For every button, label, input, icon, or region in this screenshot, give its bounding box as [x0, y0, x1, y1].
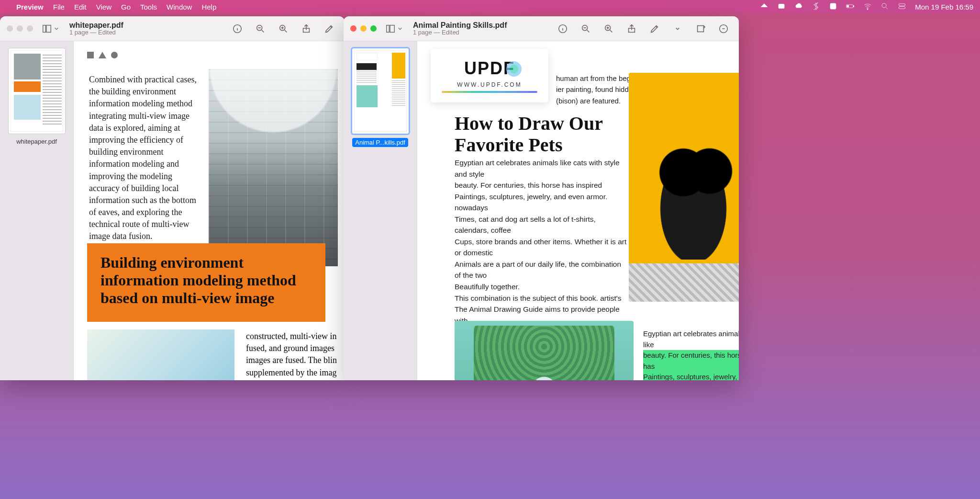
app-menu[interactable]: Preview	[16, 3, 44, 11]
page-thumbnail[interactable]	[8, 48, 66, 134]
document-title: Animal Painting Skills.pdf	[413, 21, 507, 30]
document-title: whitepaper.pdf	[69, 21, 123, 30]
zoom-out-button[interactable]	[577, 20, 594, 37]
page-thumbnail[interactable]	[352, 48, 409, 134]
zoom-in-button[interactable]	[600, 20, 617, 37]
document-subtitle: 1 page — Edited	[69, 29, 123, 36]
page-view[interactable]: Combined with practical cases, the build…	[74, 41, 345, 380]
thumbnail-label: whitepaper.pdf	[16, 138, 57, 145]
close-button[interactable]	[7, 25, 13, 32]
svg-rect-16	[387, 25, 390, 32]
menubar: Preview File Edit View Go Tools Window H…	[0, 0, 980, 13]
spotlight-icon[interactable]	[880, 2, 889, 12]
svg-rect-0	[779, 4, 784, 8]
page-view[interactable]: UPDF WWW.UPDF.COM human art from the beg…	[417, 41, 739, 380]
doc-paragraph-2: constructed, multi-view in fused, and gr…	[246, 330, 342, 379]
preview-window-whitepaper: whitepaper.pdf 1 page — Edited whitepape…	[0, 16, 345, 380]
share-button[interactable]	[298, 20, 315, 37]
svg-rect-9	[899, 6, 905, 9]
doc-image-abstract	[87, 329, 234, 380]
share-button[interactable]	[623, 20, 640, 37]
minimize-button[interactable]	[360, 25, 367, 32]
bluetooth-icon[interactable]	[812, 2, 820, 12]
menubar-datetime[interactable]: Mon 19 Feb 16:59	[915, 3, 973, 11]
doc-right-column: Egyptian art celebrates animals likebeau…	[643, 329, 739, 380]
document-title-block: Animal Painting Skills.pdf 1 page — Edit…	[413, 21, 507, 36]
menu-edit[interactable]: Edit	[74, 3, 87, 11]
doc-orange-title-box: Building environment information modelin…	[87, 243, 325, 322]
info-button[interactable]	[554, 20, 571, 37]
doc-image-atrium	[209, 69, 338, 266]
menu-tools[interactable]: Tools	[140, 3, 157, 11]
svg-text:A: A	[832, 4, 835, 9]
markup-button[interactable]	[646, 20, 663, 37]
window-controls[interactable]	[7, 25, 33, 32]
zoom-in-button[interactable]	[275, 20, 292, 37]
doc-paragraph-1: Combined with practical cases, the build…	[89, 74, 197, 243]
updf-logo: UPDF WWW.UPDF.COM	[431, 49, 548, 102]
svg-rect-22	[698, 25, 704, 32]
status-tray-icon[interactable]	[760, 2, 768, 12]
info-button[interactable]	[229, 20, 246, 37]
zoom-out-button[interactable]	[252, 20, 269, 37]
menu-help[interactable]: Help	[201, 3, 216, 11]
svg-rect-5	[847, 5, 849, 7]
logo-word: UPDF	[464, 58, 515, 79]
menu-view[interactable]: View	[96, 3, 111, 11]
status-app-icon[interactable]	[777, 2, 786, 12]
control-center-icon[interactable]	[898, 2, 906, 12]
preview-window-animal-painting: Animal Painting Skills.pdf 1 page — Edit…	[344, 16, 739, 380]
thumbnails-sidebar[interactable]: Animal P...kills.pdf	[344, 41, 417, 380]
menu-go[interactable]: Go	[121, 3, 131, 11]
titlebar[interactable]: Animal Painting Skills.pdf 1 page — Edit…	[344, 16, 739, 41]
doc-image-plant	[455, 321, 634, 380]
close-button[interactable]	[350, 25, 356, 32]
highlight-button[interactable]	[715, 20, 732, 37]
document-subtitle: 1 page — Edited	[413, 29, 507, 36]
thumbnail-label: Animal P...kills.pdf	[352, 138, 408, 147]
document-title-block: whitepaper.pdf 1 page — Edited	[69, 21, 123, 36]
svg-rect-8	[899, 3, 905, 6]
svg-point-7	[882, 3, 886, 8]
sidebar-view-button[interactable]	[42, 23, 59, 34]
zoom-button[interactable]	[27, 25, 33, 32]
battery-icon[interactable]	[846, 2, 855, 12]
doc-image-pug	[629, 73, 739, 302]
svg-rect-4	[854, 5, 854, 7]
svg-point-6	[867, 8, 868, 9]
menu-window[interactable]: Window	[167, 3, 192, 11]
status-cloud-icon[interactable]	[794, 2, 803, 12]
svg-rect-11	[46, 25, 51, 32]
svg-rect-10	[43, 25, 46, 32]
wifi-icon[interactable]	[863, 2, 872, 12]
rotate-button[interactable]	[692, 20, 709, 37]
svg-rect-17	[390, 25, 394, 32]
logo-url: WWW.UPDF.COM	[457, 81, 522, 88]
sidebar-view-button[interactable]	[385, 23, 402, 34]
header-shapes	[87, 52, 118, 58]
input-source-icon[interactable]: A	[829, 2, 837, 12]
menu-file[interactable]: File	[53, 3, 65, 11]
thumbnails-sidebar[interactable]: whitepaper.pdf	[0, 41, 74, 380]
doc-heading: How to Draw Our Favorite Pets	[455, 113, 617, 156]
minimize-button[interactable]	[17, 25, 23, 32]
markup-button[interactable]	[321, 20, 338, 37]
markup-dropdown[interactable]	[669, 20, 686, 37]
titlebar[interactable]: whitepaper.pdf 1 page — Edited	[0, 16, 345, 41]
window-controls[interactable]	[350, 25, 377, 32]
zoom-button[interactable]	[370, 25, 377, 32]
